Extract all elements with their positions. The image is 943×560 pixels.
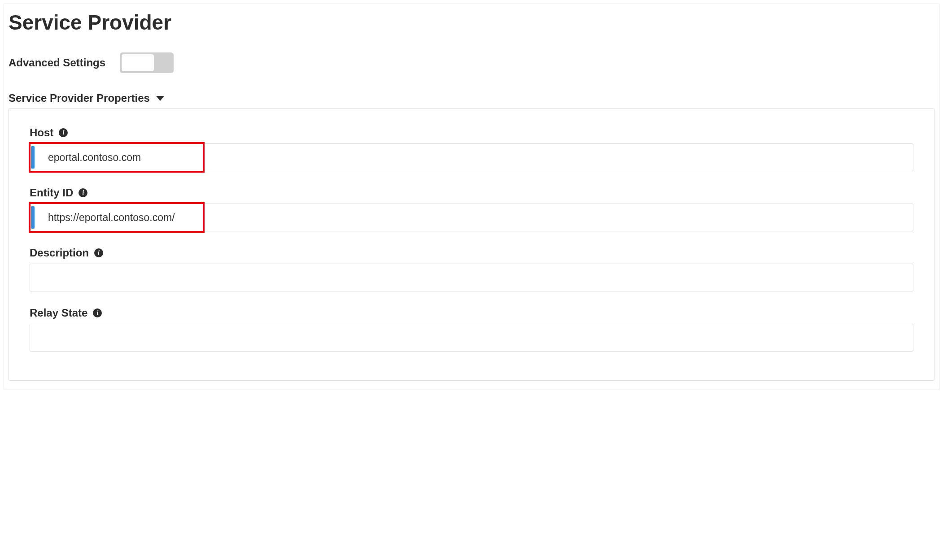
relay-state-label: Relay State	[30, 307, 87, 319]
toggle-knob	[121, 54, 154, 72]
entity-id-input-wrap	[30, 204, 913, 231]
field-label-row: Description i	[30, 247, 913, 259]
field-host: Host i	[30, 126, 913, 171]
entity-id-input[interactable]	[30, 204, 913, 231]
description-input[interactable]	[30, 264, 913, 291]
page-container: Service Provider Advanced Settings Servi…	[4, 4, 939, 390]
field-label-row: Entity ID i	[30, 187, 913, 199]
description-label: Description	[30, 247, 89, 259]
field-label-row: Relay State i	[30, 307, 913, 319]
relay-state-input-wrap	[30, 324, 913, 352]
advanced-settings-label: Advanced Settings	[9, 56, 105, 69]
section-header[interactable]: Service Provider Properties	[9, 92, 934, 104]
field-label-row: Host i	[30, 126, 913, 139]
field-description: Description i	[30, 247, 913, 291]
host-input[interactable]	[30, 143, 913, 171]
description-input-wrap	[30, 264, 913, 291]
info-icon[interactable]: i	[93, 308, 102, 317]
field-relay-state: Relay State i	[30, 307, 913, 352]
host-label: Host	[30, 126, 53, 139]
info-icon[interactable]: i	[94, 248, 103, 257]
field-entity-id: Entity ID i	[30, 187, 913, 231]
advanced-settings-row: Advanced Settings	[9, 52, 934, 73]
host-input-wrap	[30, 143, 913, 171]
page-title: Service Provider	[9, 10, 934, 35]
info-icon[interactable]: i	[79, 188, 87, 197]
relay-state-input[interactable]	[30, 324, 913, 352]
caret-down-icon	[156, 96, 164, 101]
section-title: Service Provider Properties	[9, 92, 150, 104]
info-icon[interactable]: i	[59, 128, 68, 137]
advanced-settings-toggle[interactable]	[120, 52, 174, 73]
entity-id-label: Entity ID	[30, 187, 73, 199]
section-panel: Host i Entity ID i Description	[9, 108, 934, 381]
